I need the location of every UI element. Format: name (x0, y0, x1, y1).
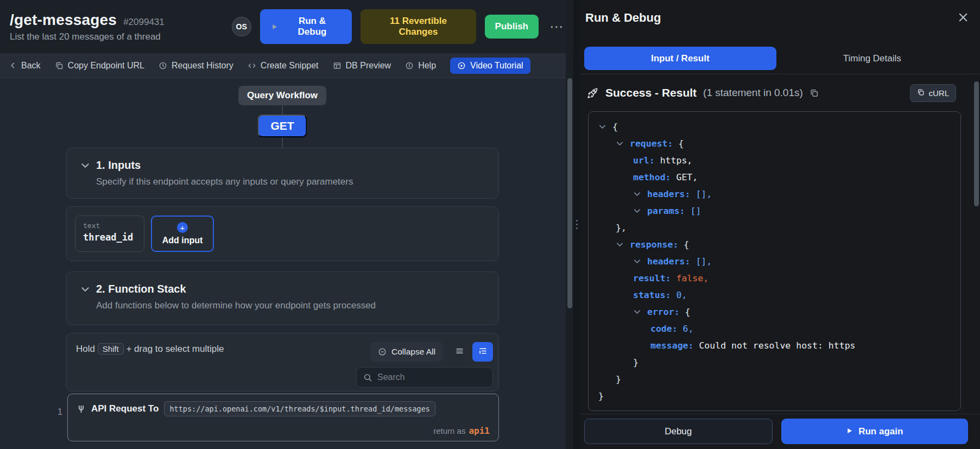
chevron-down-icon[interactable] (598, 123, 608, 131)
run-debug-button[interactable]: Run & Debug (260, 9, 352, 44)
api-request-row[interactable]: API Request To https://api.openai.com/v1… (67, 394, 499, 441)
result-status-header: Success - Result (1 statement in 0.01s) … (580, 81, 980, 104)
toolbar-item-copy-endpoint-url[interactable]: Copy Endpoint URL (55, 61, 144, 71)
collapse-all-icon (378, 347, 387, 356)
input-name: thread_id (83, 232, 136, 243)
collapse-all-button[interactable]: Collapse All (370, 342, 443, 362)
chevron-down-icon[interactable] (633, 207, 643, 215)
toolbar-item-create-snippet[interactable]: Create Snippet (248, 61, 319, 71)
copy-icon (55, 61, 64, 70)
curl-button[interactable]: cURL (910, 84, 956, 102)
chevron-down-icon[interactable] (616, 241, 625, 249)
json-line: }, (597, 219, 952, 236)
panel-resize-handle[interactable] (575, 215, 579, 233)
run-again-label: Run again (858, 426, 903, 437)
json-line: params: [] (597, 203, 952, 219)
json-value: [] (690, 206, 701, 216)
chevron-down-icon[interactable] (80, 161, 90, 170)
api-request-icon (77, 404, 86, 414)
json-viewer: {request: {url: https,method: GET,header… (588, 111, 961, 411)
tree-view-toggle[interactable] (472, 342, 493, 362)
chevron-down-icon[interactable] (633, 190, 643, 198)
toolbar-item-help[interactable]: Help (405, 61, 436, 71)
panel-scrollbar-thumb[interactable] (974, 81, 979, 206)
secondary-toolbar: BackCopy Endpoint URLRequest HistoryCrea… (0, 53, 573, 78)
inputs-section-header: 1. Inputs Specify if this endpoint accep… (66, 148, 499, 199)
json-line: code: 6, (597, 320, 952, 337)
play-icon (271, 23, 278, 30)
input-type-label: text (83, 222, 136, 230)
json-key: headers: (647, 189, 690, 199)
json-key: code: (650, 324, 678, 334)
chevron-down-icon[interactable] (616, 140, 625, 148)
copy-result-icon[interactable] (810, 88, 819, 98)
json-value: 6, (683, 324, 694, 334)
json-key: response: (630, 239, 678, 250)
return-variable: api1 (469, 426, 490, 436)
json-key: error: (647, 307, 680, 317)
method-get-button[interactable]: GET (257, 115, 307, 137)
search-box (356, 367, 493, 388)
api-request-label: API Request To (91, 403, 159, 414)
toolbar-item-video-tutorial[interactable]: Video Tutorial (450, 58, 530, 74)
json-value: [], (696, 256, 712, 267)
toolbar-item-db-preview[interactable]: DB Preview (333, 61, 391, 71)
inputs-section-title: 1. Inputs (96, 159, 141, 172)
json-key: method: (633, 172, 671, 182)
inputs-section-subtitle: Specify if this endpoint accepts any inp… (96, 176, 484, 187)
return-as-label: return as (433, 426, 465, 435)
history-icon (159, 61, 167, 70)
query-workflow-badge: Query Workflow (238, 86, 326, 105)
add-input-button[interactable]: + Add input (151, 216, 214, 252)
revertible-changes-badge[interactable]: 11 Revertible Changes (361, 9, 476, 44)
result-status-title: Success - Result (605, 86, 697, 99)
json-line: response: { (597, 236, 952, 253)
json-line: headers: [], (597, 253, 952, 270)
json-key: request: (630, 138, 673, 149)
endpoint-id: #2099431 (123, 17, 165, 28)
inputs-list: text thread_id + Add input (66, 206, 499, 261)
more-button[interactable]: ⋯ (549, 18, 564, 35)
return-as: return asapi1 (433, 426, 490, 436)
header-controls: OS Run & Debug 11 Revertible Changes Pub… (232, 9, 564, 44)
json-line: error: { (597, 303, 952, 320)
main-scrollbar-thumb[interactable] (567, 78, 572, 308)
search-icon (363, 373, 372, 382)
json-line: request: { (597, 135, 952, 152)
tab-timing-details[interactable]: Timing Details (776, 47, 969, 70)
input-chip-thread-id[interactable]: text thread_id (75, 216, 144, 252)
indent-list-icon (478, 346, 488, 357)
debug-button[interactable]: Debug (584, 419, 773, 444)
api-url-chip[interactable]: https://api.openai.com/v1/threads/$input… (164, 401, 435, 416)
chevron-down-icon[interactable] (80, 284, 90, 294)
tab-input-result[interactable]: Input / Result (584, 47, 776, 70)
endpoint-title-block: /get-messages #2099431 List the last 20 … (10, 11, 188, 42)
toolbar-item-back[interactable]: Back (9, 61, 41, 71)
json-punctuation: } (598, 391, 604, 401)
toolbar-item-request-history[interactable]: Request History (159, 61, 233, 71)
json-punctuation: } (633, 357, 638, 368)
json-value: [], (696, 189, 712, 199)
run-debug-label: Run & Debug (283, 16, 342, 37)
json-key: message: (650, 340, 693, 351)
rocket-icon (586, 87, 599, 99)
json-line: { (597, 118, 952, 135)
chevron-down-icon[interactable] (633, 308, 643, 316)
run-again-button[interactable]: Run again (781, 419, 969, 444)
close-button[interactable] (957, 11, 969, 25)
publish-button[interactable]: Publish (485, 15, 539, 39)
json-value: Could not resolve host: https (699, 340, 855, 351)
json-punctuation: }, (616, 223, 627, 233)
json-line: status: 0, (597, 287, 952, 303)
collapse-all-label: Collapse All (391, 347, 435, 357)
list-view-toggle[interactable] (449, 342, 470, 362)
search-input[interactable] (377, 372, 490, 382)
json-key: result: (633, 273, 671, 283)
user-avatar[interactable]: OS (232, 17, 251, 36)
plus-circle-icon: + (177, 222, 188, 233)
chevron-down-icon[interactable] (633, 257, 643, 265)
list-icon (455, 346, 464, 357)
json-punctuation: { (612, 122, 618, 132)
json-punctuation: { (684, 239, 689, 250)
chevron-left-icon (9, 61, 17, 69)
